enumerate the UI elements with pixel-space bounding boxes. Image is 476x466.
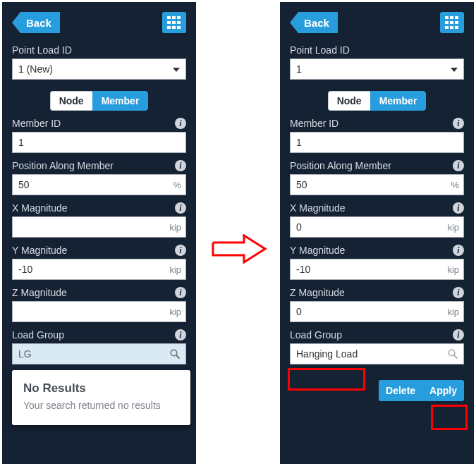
label-member-id: Member ID <box>290 118 338 129</box>
svg-rect-2 <box>177 16 181 19</box>
label-load-group: Load Group <box>12 329 64 341</box>
svg-rect-0 <box>167 16 171 19</box>
select-point-load-id[interactable]: 1 (New) <box>12 59 186 80</box>
info-icon[interactable]: i <box>453 118 464 129</box>
label-load-group: Load Group <box>290 329 342 341</box>
no-results-title: No Results <box>23 381 179 396</box>
topbar: Back <box>290 12 464 33</box>
back-button[interactable]: Back <box>298 12 338 33</box>
grid-icon <box>167 16 181 29</box>
select-point-load-id[interactable]: 1 <box>290 59 464 80</box>
info-icon[interactable]: i <box>453 245 464 256</box>
svg-rect-15 <box>450 21 453 24</box>
label-zmag: Z Magnitude <box>12 287 67 298</box>
position-input[interactable] <box>291 175 463 195</box>
toggle-node-button[interactable]: Node <box>50 91 92 111</box>
position-input-wrap: % <box>290 174 464 195</box>
toggle-node-button[interactable]: Node <box>328 91 370 111</box>
ymag-input-wrap: kip <box>12 259 186 280</box>
ymag-input[interactable] <box>13 259 185 279</box>
select-point-load-id-value: 1 (New) <box>18 63 53 75</box>
unit-label: kip <box>447 217 459 237</box>
zmag-input[interactable] <box>13 302 185 321</box>
zmag-input-wrap: kip <box>290 301 464 322</box>
xmag-input-wrap: kip <box>12 216 186 238</box>
label-point-load-id: Point Load ID <box>12 44 186 56</box>
svg-rect-11 <box>445 16 448 19</box>
svg-rect-5 <box>177 21 181 24</box>
info-icon[interactable]: i <box>175 329 186 341</box>
table-view-button[interactable] <box>162 12 186 33</box>
zmag-input[interactable] <box>291 302 463 321</box>
no-results-text: Your search returned no results <box>23 400 179 411</box>
svg-rect-12 <box>450 16 453 19</box>
xmag-input[interactable] <box>13 217 185 237</box>
svg-rect-13 <box>455 16 458 19</box>
load-group-input[interactable] <box>13 344 185 364</box>
info-icon[interactable]: i <box>175 202 186 214</box>
svg-rect-6 <box>167 26 171 29</box>
unit-label: kip <box>447 302 459 321</box>
back-button[interactable]: Back <box>20 12 60 33</box>
load-group-input-wrap <box>12 343 186 364</box>
zmag-input-wrap: kip <box>12 301 186 322</box>
unit-label: % <box>173 175 181 195</box>
delete-button[interactable]: Delete <box>379 380 422 401</box>
unit-label: kip <box>447 259 459 279</box>
info-icon[interactable]: i <box>453 160 464 171</box>
svg-rect-18 <box>450 26 453 29</box>
unit-label: % <box>451 175 459 195</box>
position-input-wrap: % <box>12 174 186 195</box>
unit-label: kip <box>169 302 181 321</box>
member-id-input-wrap <box>290 132 464 153</box>
info-icon[interactable]: i <box>453 329 464 341</box>
grid-icon <box>445 16 459 29</box>
arrow-icon <box>212 234 268 264</box>
select-point-load-id-value: 1 <box>296 63 302 75</box>
info-icon[interactable]: i <box>175 287 186 298</box>
load-group-input[interactable] <box>291 344 463 364</box>
svg-rect-14 <box>445 21 448 24</box>
svg-rect-3 <box>167 21 171 24</box>
toggle-member-button[interactable]: Member <box>370 91 427 111</box>
info-icon[interactable]: i <box>453 202 464 214</box>
label-position: Position Along Member <box>12 160 114 171</box>
panel-left: Back Point Load ID 1 (New) Node Member M… <box>2 2 196 464</box>
ymag-input[interactable] <box>291 259 463 279</box>
info-icon[interactable]: i <box>175 160 186 171</box>
topbar: Back <box>12 12 186 33</box>
toggle-member-button[interactable]: Member <box>92 91 149 111</box>
search-icon <box>170 349 180 359</box>
member-id-input[interactable] <box>13 133 185 152</box>
svg-rect-16 <box>455 21 458 24</box>
no-results-popup: No Results Your search returned no resul… <box>12 370 190 425</box>
svg-rect-19 <box>455 26 458 29</box>
label-xmag: X Magnitude <box>290 202 346 214</box>
svg-line-21 <box>454 355 457 358</box>
position-input[interactable] <box>13 175 185 195</box>
info-icon[interactable]: i <box>175 245 186 256</box>
member-id-input-wrap <box>12 132 186 153</box>
member-id-input[interactable] <box>291 133 463 152</box>
unit-label: kip <box>169 217 181 237</box>
action-buttons: Delete Apply <box>290 380 464 401</box>
panel-right: Back Point Load ID 1 Node Member Member … <box>280 2 474 464</box>
label-zmag: Z Magnitude <box>290 287 345 298</box>
label-point-load-id: Point Load ID <box>290 44 464 56</box>
search-icon <box>448 349 458 359</box>
target-toggle: Node Member <box>290 91 464 111</box>
svg-line-10 <box>176 355 179 358</box>
svg-rect-17 <box>445 26 448 29</box>
label-xmag: X Magnitude <box>12 202 68 214</box>
chevron-down-icon <box>173 68 180 72</box>
xmag-input[interactable] <box>291 217 463 237</box>
ymag-input-wrap: kip <box>290 259 464 280</box>
label-member-id: Member ID <box>12 118 61 129</box>
apply-button[interactable]: Apply <box>422 380 464 401</box>
info-icon[interactable]: i <box>175 118 186 129</box>
load-group-input-wrap <box>290 343 464 364</box>
table-view-button[interactable] <box>440 12 464 33</box>
label-ymag: Y Magnitude <box>290 245 345 256</box>
svg-rect-1 <box>172 16 176 19</box>
info-icon[interactable]: i <box>453 287 464 298</box>
